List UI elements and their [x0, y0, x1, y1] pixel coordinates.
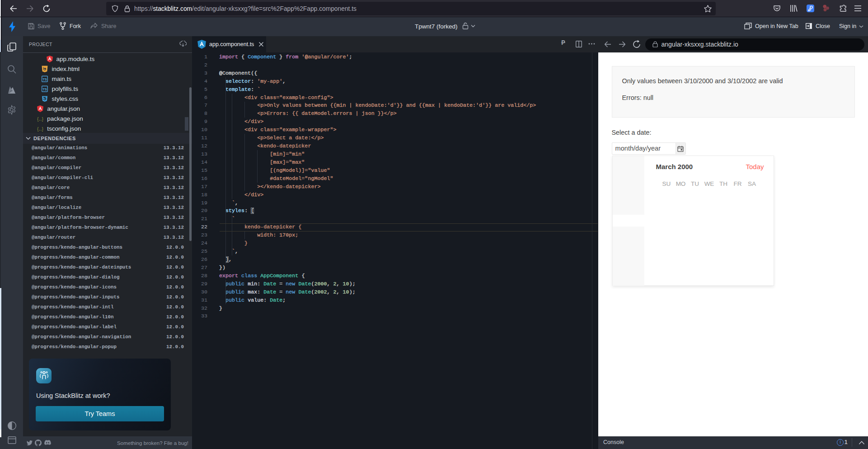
svg-text:{..}: {..} [37, 117, 43, 122]
svg-text:{..}: {..} [37, 127, 43, 132]
svg-text:TS: TS [43, 77, 47, 81]
svg-text:TS: TS [43, 87, 47, 91]
